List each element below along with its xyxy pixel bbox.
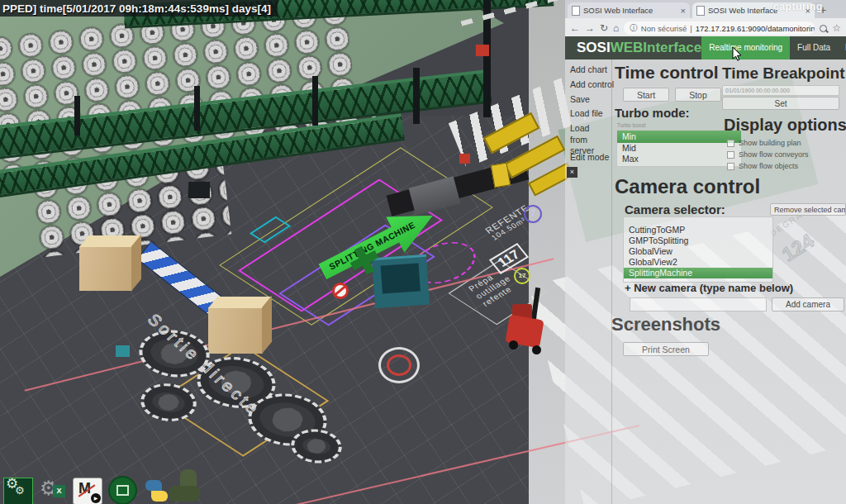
excel-gear-app-icon[interactable]: ⚙X [39, 479, 67, 504]
browser-toolbar: ← → ↻ ⌂ ⓘ Non sécurisé | 172.17.219.61:9… [565, 18, 846, 38]
camera-option-cuttingtogmp[interactable]: CuttingToGMP [624, 225, 772, 235]
add-camera-button[interactable]: Add camera [772, 297, 844, 311]
red-bin [476, 45, 489, 56]
turbo-option-mid[interactable]: Mid [617, 143, 741, 154]
turbo-mode-title: Turbo mode: [615, 106, 690, 120]
camera-selector-list[interactable]: CuttingToGMP GMPToSplitting GlobalView G… [623, 216, 773, 283]
time-breakpoint-title: Time Breakpoint [722, 64, 845, 83]
browser-tab-1[interactable]: SOSI Web Interface × [568, 2, 690, 18]
security-label: Non sécurisé [641, 24, 687, 33]
model-player-app-icon[interactable]: M▶ [73, 478, 102, 504]
info-icon[interactable]: ⓘ [630, 23, 638, 34]
app-header: SOSIWEBInterface Realtime monitoring Ful… [565, 36, 846, 59]
reload-icon[interactable]: ↻ [600, 22, 608, 34]
checkbox-icon[interactable] [727, 151, 734, 159]
cardboard-box[interactable] [79, 246, 132, 291]
checkbox-show-flow-objects[interactable]: Show flow objects [727, 162, 798, 170]
sidebar-divider [611, 59, 612, 504]
floor-badge-17: 17 [514, 268, 530, 284]
no-entry-sign [332, 283, 349, 299]
close-icon[interactable]: × [567, 167, 577, 178]
checkbox-icon[interactable] [727, 140, 734, 147]
new-camera-input[interactable] [630, 297, 767, 311]
camera-option-globalview[interactable]: GlobalView [624, 246, 772, 257]
green-pipe-object [169, 469, 205, 504]
screenshot-root: SPLITTING MACHINE REFENTE 104.50m² 117 7… [0, 0, 846, 504]
camera-option-globalview2[interactable]: GlobalView2 [624, 257, 772, 268]
app-brand: SOSIWEBInterface [565, 40, 701, 56]
new-camera-label: + New camera (type name below) [625, 282, 793, 294]
camera-option-splittingmachine[interactable]: SplittingMachine [624, 268, 772, 278]
back-icon[interactable]: ← [570, 22, 580, 34]
floor-badge-7: 7 [524, 205, 542, 223]
floor-target-marker [378, 347, 420, 383]
gantry-post [194, 86, 200, 131]
sidebar-item-edit-mode[interactable]: Edit mode [570, 152, 609, 162]
turbo-hint: Turbo boost [617, 122, 645, 128]
remove-camera-button[interactable]: Remove selected camera [770, 203, 846, 216]
page-icon [696, 6, 705, 16]
breakpoint-datetime-input[interactable]: 01/01/1900 00:00:00.000 [722, 85, 839, 96]
nav-python-console[interactable]: Python Co [838, 36, 846, 59]
sidebar-item-load-file[interactable]: Load file [570, 108, 603, 118]
print-screen-button[interactable]: Print Screen [623, 342, 709, 356]
nav-realtime-monitoring[interactable]: Realtime monitoring [701, 36, 790, 59]
sidebar-item-add-chart[interactable]: Add chart [570, 64, 607, 74]
sidebar-item-save[interactable]: Save [570, 94, 590, 104]
display-options-title: Display options [724, 116, 846, 135]
home-icon[interactable]: ⌂ [613, 22, 619, 34]
turbo-mode-list[interactable]: Min Mid Max [616, 130, 742, 167]
set-breakpoint-button[interactable]: Set [722, 97, 839, 110]
browser-window: SOSI Web Interface × SOSI Web Interface … [565, 0, 846, 504]
stop-button[interactable]: Stop [675, 88, 721, 102]
red-bin [459, 154, 470, 164]
screenshots-title: Screenshots [611, 314, 720, 335]
tab-close-icon[interactable]: × [681, 6, 686, 16]
start-button[interactable]: Start [623, 88, 669, 102]
dock: ⚙⚙ ⚙X M▶ [3, 476, 171, 504]
cyan-pallet [116, 345, 130, 357]
capture-frame-app-icon[interactable] [108, 476, 137, 504]
camera-control-title: Camera control [615, 175, 760, 198]
gantry-post [74, 96, 80, 136]
page-icon [572, 6, 580, 16]
camera-selector-label: Camera selector: [625, 202, 725, 216]
url-text: 172.17.219.61:9090/datamonitoring... [696, 24, 815, 33]
time-control-title: Time control [615, 63, 719, 83]
checkbox-icon[interactable] [727, 163, 734, 170]
gears-app-icon[interactable]: ⚙⚙ [3, 478, 33, 504]
address-bar[interactable]: ⓘ Non sécurisé | 172.17.219.61:9090/data… [624, 21, 815, 35]
address-separator: | [690, 24, 692, 33]
camera-option-gmptosplitting[interactable]: GMPToSplitting [624, 235, 772, 246]
red-forklift[interactable] [506, 288, 555, 362]
sidebar-item-add-control[interactable]: Add control [570, 79, 614, 89]
turbo-option-min[interactable]: Min [617, 131, 741, 143]
mouse-cursor [732, 46, 743, 61]
gantry-post [312, 76, 318, 126]
machine-black-box [188, 182, 210, 198]
turbo-option-max[interactable]: Max [617, 154, 741, 164]
nav-full-data[interactable]: Full Data [790, 36, 838, 59]
checkbox-show-building-plan[interactable]: Show building plan [727, 139, 801, 147]
gantry-post [413, 68, 420, 124]
cardboard-box[interactable] [208, 307, 263, 354]
forward-icon[interactable]: → [585, 22, 595, 34]
python-app-icon[interactable] [143, 479, 171, 504]
sim-time-status: PPED] time[5/01/2017 09h:18m:44s:539ms] … [2, 2, 271, 15]
camera-list-item-partial[interactable] [624, 217, 772, 225]
recorder-status: capturing [773, 1, 823, 12]
search-icon[interactable] [820, 25, 827, 32]
checkbox-show-flow-conveyors[interactable]: Show flow conveyors [727, 150, 809, 159]
star-bookmark-icon[interactable]: ☆ [832, 22, 841, 34]
